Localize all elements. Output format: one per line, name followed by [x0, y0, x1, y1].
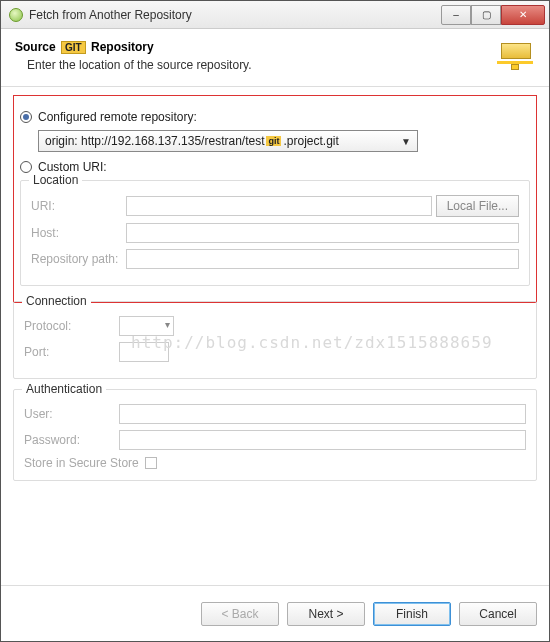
custom-uri-radio[interactable] — [20, 161, 32, 173]
protocol-label: Protocol: — [24, 319, 119, 333]
user-row: User: — [24, 404, 526, 424]
repo-path-input[interactable] — [126, 249, 519, 269]
uri-input[interactable] — [126, 196, 432, 216]
repo-path-label: Repository path: — [31, 252, 126, 266]
repository-icon — [497, 43, 537, 73]
host-row: Host: — [31, 223, 519, 243]
remote-combo[interactable]: origin: http://192.168.137.135/restran/t… — [38, 130, 418, 152]
host-input[interactable] — [126, 223, 519, 243]
remote-text-post: .project.git — [283, 134, 338, 148]
repo-path-row: Repository path: — [31, 249, 519, 269]
close-button[interactable]: ✕ — [501, 5, 545, 25]
port-label: Port: — [24, 345, 119, 359]
store-secure-label: Store in Secure Store — [24, 456, 139, 470]
connection-legend: Connection — [22, 294, 91, 308]
uri-row: URI: Local File... — [31, 195, 519, 217]
authentication-legend: Authentication — [22, 382, 106, 396]
store-secure-checkbox[interactable] — [145, 457, 157, 469]
configured-remote-label: Configured remote repository: — [38, 110, 197, 124]
minimize-button[interactable]: – — [441, 5, 471, 25]
titlebar: Fetch from Another Repository – ▢ ✕ — [1, 1, 549, 29]
user-label: User: — [24, 407, 119, 421]
title-pre: Source — [15, 40, 59, 54]
finish-button[interactable]: Finish — [373, 602, 451, 626]
app-icon — [9, 8, 23, 22]
git-badge-icon: GIT — [61, 41, 86, 54]
authentication-group: Authentication User: Password: Store in … — [13, 389, 537, 481]
dialog-body: Configured remote repository: origin: ht… — [1, 87, 549, 499]
user-input[interactable] — [119, 404, 526, 424]
highlight-box: Configured remote repository: origin: ht… — [13, 95, 537, 303]
password-label: Password: — [24, 433, 119, 447]
custom-uri-label: Custom URI: — [38, 160, 107, 174]
port-row: Port: — [24, 342, 526, 362]
custom-uri-radio-row[interactable]: Custom URI: — [20, 160, 530, 174]
protocol-row: Protocol: — [24, 316, 526, 336]
window-title: Fetch from Another Repository — [29, 8, 441, 22]
uri-label: URI: — [31, 199, 126, 213]
password-row: Password: — [24, 430, 526, 450]
port-input[interactable] — [119, 342, 169, 362]
chevron-down-icon: ▼ — [401, 136, 411, 147]
protocol-combo[interactable] — [119, 316, 174, 336]
location-legend: Location — [29, 173, 82, 187]
password-input[interactable] — [119, 430, 526, 450]
host-label: Host: — [31, 226, 126, 240]
next-button[interactable]: Next > — [287, 602, 365, 626]
header-title: Source GIT Repository — [15, 39, 535, 54]
back-button[interactable]: < Back — [201, 602, 279, 626]
remote-text-pre: origin: http://192.168.137.135/restran/t… — [45, 134, 264, 148]
configured-remote-radio[interactable] — [20, 111, 32, 123]
maximize-button[interactable]: ▢ — [471, 5, 501, 25]
cancel-button[interactable]: Cancel — [459, 602, 537, 626]
configured-remote-radio-row[interactable]: Configured remote repository: — [20, 110, 530, 124]
title-post: Repository — [88, 40, 154, 54]
git-badge-icon: git — [266, 136, 281, 146]
button-bar: < Back Next > Finish Cancel — [1, 585, 549, 641]
connection-group: Connection Protocol: Port: — [13, 301, 537, 379]
local-file-button[interactable]: Local File... — [436, 195, 519, 217]
header-description: Enter the location of the source reposit… — [15, 58, 535, 72]
dialog-header: Source GIT Repository Enter the location… — [1, 29, 549, 87]
store-secure-row[interactable]: Store in Secure Store — [24, 456, 526, 470]
location-group: Location URI: Local File... Host: Reposi… — [20, 180, 530, 286]
